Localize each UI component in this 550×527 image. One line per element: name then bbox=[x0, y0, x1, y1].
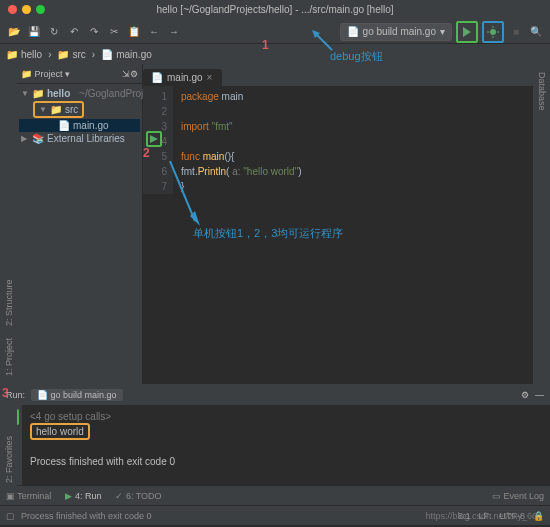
tab-run[interactable]: ▶ 4: Run bbox=[65, 491, 101, 501]
tab-terminal[interactable]: ▣ Terminal bbox=[6, 491, 51, 501]
project-pane-header: 📁 Project ▾ ⇲ ⚙ bbox=[17, 64, 142, 84]
breadcrumb: 📁hello › 📁src › 📄main.go bbox=[0, 44, 550, 64]
tab-project[interactable]: 1: Project bbox=[4, 338, 14, 376]
output-highlight: hello world bbox=[30, 423, 90, 440]
minimize-panel-icon[interactable]: — bbox=[535, 390, 544, 400]
editor-tabs: 📄main.go× bbox=[143, 64, 533, 86]
collapse-icon[interactable]: ⇲ bbox=[122, 69, 130, 79]
annotation-1: 1 bbox=[262, 38, 269, 52]
left-tool-rail: 1: Project 2: Structure bbox=[0, 64, 17, 384]
bc-project[interactable]: 📁hello bbox=[6, 49, 42, 60]
run-config-tab[interactable]: 📄 go build main.go bbox=[31, 389, 123, 401]
run-panel-header: Run: 📄 go build main.go ⚙ — bbox=[0, 385, 550, 405]
minimize-window-button[interactable] bbox=[22, 5, 31, 14]
run-button-highlight bbox=[456, 21, 478, 43]
run-button[interactable] bbox=[459, 24, 475, 40]
bc-project-label: hello bbox=[21, 49, 42, 60]
tab-database[interactable]: Database bbox=[537, 72, 547, 111]
gear-icon[interactable]: ⚙ bbox=[130, 69, 138, 79]
console-stdout: hello world bbox=[36, 426, 84, 437]
console-exit: Process finished with exit code 0 bbox=[30, 454, 542, 469]
go-file-icon: 📄 bbox=[101, 49, 113, 60]
debug-label: debug按钮 bbox=[330, 49, 383, 64]
chevron-down-icon: ▾ bbox=[440, 26, 445, 37]
tab-main-go[interactable]: 📄main.go× bbox=[143, 69, 222, 86]
main-toolbar: 📂 💾 ↻ ↶ ↷ ✂ 📋 ← → 📄 go build main.go ▾ ■… bbox=[0, 20, 550, 44]
folder-icon: 📁 bbox=[57, 49, 69, 60]
run-panel: Run: 📄 go build main.go ⚙ — ■ ↑ ↓ <4 go … bbox=[0, 384, 550, 485]
status-icon[interactable]: ▢ bbox=[6, 511, 15, 521]
bottom-tool-bar: ▣ Terminal ▶ 4: Run ✓ 6: TODO ▭ Event Lo… bbox=[0, 485, 550, 505]
annotation-2: 2 bbox=[143, 146, 150, 161]
project-pane: 📁 Project ▾ ⇲ ⚙ ▼📁hello ~/GoglandProject… bbox=[17, 64, 143, 384]
back-icon[interactable]: ← bbox=[146, 24, 162, 40]
go-file-icon: 📄 bbox=[151, 72, 163, 83]
cut-icon[interactable]: ✂ bbox=[106, 24, 122, 40]
status-message: Process finished with exit code 0 bbox=[21, 511, 152, 521]
tab-todo[interactable]: ✓ 6: TODO bbox=[115, 491, 161, 501]
open-icon[interactable]: 📂 bbox=[6, 24, 22, 40]
close-window-button[interactable] bbox=[8, 5, 17, 14]
forward-icon[interactable]: → bbox=[166, 24, 182, 40]
project-dropdown[interactable]: 📁 Project ▾ bbox=[21, 69, 70, 79]
console-output[interactable]: <4 go setup calls> hello world Process f… bbox=[22, 405, 550, 485]
project-tree: ▼📁hello ~/GoglandProjects/hel ▼📁src 📄mai… bbox=[17, 84, 142, 148]
tab-label: main.go bbox=[167, 72, 203, 83]
refresh-icon[interactable]: ↻ bbox=[46, 24, 62, 40]
title-bar: hello [~/GoglandProjects/hello] - .../sr… bbox=[0, 0, 550, 20]
save-icon[interactable]: 💾 bbox=[26, 24, 42, 40]
tree-src[interactable]: ▼📁src bbox=[19, 100, 140, 119]
gutter-run-icon[interactable] bbox=[149, 134, 159, 144]
bc-src[interactable]: 📁src bbox=[57, 49, 85, 60]
close-icon[interactable]: × bbox=[207, 72, 213, 83]
tree-ext-libs[interactable]: ▶📚External Libraries bbox=[19, 132, 140, 145]
run-note: 单机按钮1，2，3均可运行程序 bbox=[193, 226, 343, 241]
editor: 📄main.go× 1234567 package main import "f… bbox=[143, 64, 533, 384]
tab-structure[interactable]: 2: Structure bbox=[4, 279, 14, 326]
undo-icon[interactable]: ↶ bbox=[66, 24, 82, 40]
tab-favorites[interactable]: 2: Favorites bbox=[4, 436, 14, 483]
search-icon[interactable]: 🔍 bbox=[528, 24, 544, 40]
annotation-3: 3 bbox=[2, 386, 9, 400]
left-tool-rail-bottom: 2: Favorites bbox=[0, 400, 17, 487]
debug-button[interactable] bbox=[485, 24, 501, 40]
watermark: https://blog.csdn.net/zxy_666 bbox=[425, 511, 542, 521]
run-config-dropdown[interactable]: 📄 go build main.go ▾ bbox=[340, 23, 452, 41]
svg-line-6 bbox=[170, 161, 195, 221]
run-config-label: go build main.go bbox=[363, 26, 436, 37]
maximize-window-button[interactable] bbox=[36, 5, 45, 14]
go-file-icon: 📄 bbox=[347, 26, 359, 37]
folder-icon: 📁 bbox=[6, 49, 18, 60]
event-log[interactable]: ▭ Event Log bbox=[492, 491, 544, 501]
gear-icon[interactable]: ⚙ bbox=[521, 390, 529, 400]
console-prompt: <4 go setup calls> bbox=[30, 409, 542, 424]
debug-button-highlight bbox=[482, 21, 504, 43]
tree-root[interactable]: ▼📁hello ~/GoglandProjects/hel bbox=[19, 87, 140, 100]
arrow-annotation bbox=[165, 161, 205, 231]
stop-button[interactable]: ■ bbox=[508, 24, 524, 40]
tree-main-go[interactable]: 📄main.go bbox=[19, 119, 140, 132]
copy-icon[interactable]: 📋 bbox=[126, 24, 142, 40]
redo-icon[interactable]: ↷ bbox=[86, 24, 102, 40]
bc-file-label: main.go bbox=[116, 49, 152, 60]
bc-file[interactable]: 📄main.go bbox=[101, 49, 152, 60]
bc-src-label: src bbox=[72, 49, 85, 60]
svg-point-0 bbox=[490, 29, 496, 35]
code-area[interactable]: package main import "fmt" func main(){ f… bbox=[173, 86, 533, 194]
right-tool-rail: Database bbox=[533, 64, 550, 384]
gutter-run-highlight bbox=[146, 131, 162, 147]
